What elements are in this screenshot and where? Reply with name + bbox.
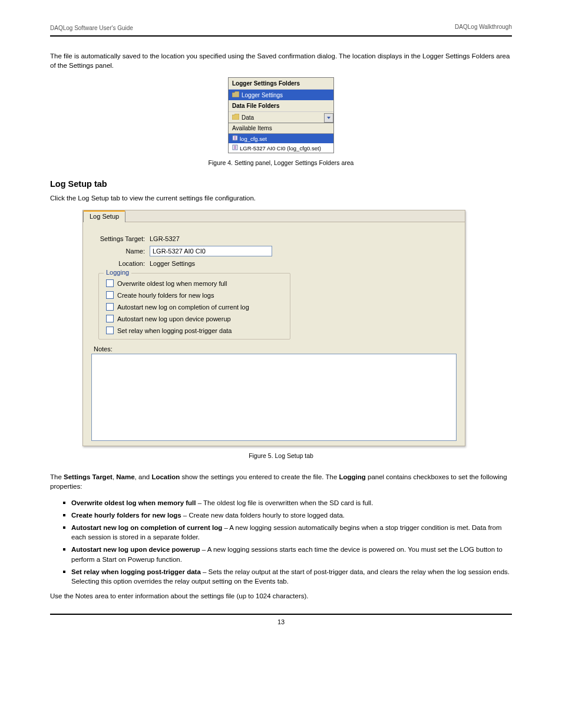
overwrite-label: Overwrite oldest log when memory full [117,280,227,287]
overwrite-checkbox[interactable] [106,279,114,287]
logger-settings-folder-item[interactable]: Logger Settings [229,90,333,100]
settings-folders-panel: Logger Settings Folders Logger Settings … [228,77,334,153]
data-file-folders-header: Data File Folders [229,100,333,112]
notes-textarea[interactable] [91,354,457,441]
set-relay-label: Set relay when logging post-trigger data [117,327,232,334]
log-setup-intro: Click the Log Setup tab to view the curr… [50,193,512,203]
settings-file-icon [232,144,238,151]
autostart-powerup-checkbox[interactable] [106,315,114,322]
logger-settings-folders-header: Logger Settings Folders [229,78,333,90]
post-figure-paragraph: The Settings Target, Name, and Location … [50,472,512,491]
page-number: 13 [50,615,512,625]
log-setup-heading: Log Setup tab [50,179,512,189]
hourly-folders-checkbox[interactable] [106,291,114,299]
log-setup-panel: Log Setup Settings Target: LGR-5327 Name… [82,210,465,446]
available-item-label-1: log_cfg.set [240,136,267,142]
settings-target-label: Settings Target: [88,235,150,242]
page-header-right: DAQLog Walkthrough [455,24,512,30]
available-item[interactable]: LGR-5327 AI0 CI0 (log_cfg0.set) [229,143,333,153]
settings-target-value: LGR-5327 [150,235,180,242]
scroll-down-button[interactable] [324,113,333,123]
location-value: Logger Settings [150,260,195,267]
folder-icon [232,91,239,98]
settings-file-icon [232,135,238,142]
intro-paragraph: The file is automatically saved to the l… [50,51,512,70]
hourly-folders-label: Create hourly folders for new logs [117,292,214,299]
data-folder-item[interactable]: Data [229,112,333,123]
logger-settings-folder-label: Logger Settings [242,92,283,98]
page-header-left: DAQLog Software User's Guide [50,25,133,31]
tab-log-setup[interactable]: Log Setup [83,210,125,222]
name-input[interactable] [150,246,272,256]
autostart-powerup-label: Autostart new log upon device powerup [117,315,231,322]
autostart-completion-checkbox[interactable] [106,303,114,311]
figure-5-caption: Figure 5. Log Setup tab [50,452,512,459]
figure-4-caption: Figure 4. Setting panel, Logger Settings… [50,159,512,166]
data-folder-label: Data [242,114,254,121]
header-divider [50,35,512,37]
set-relay-checkbox[interactable] [106,327,114,334]
logging-legend: Logging [104,269,131,276]
notes-label: Notes: [88,343,460,354]
name-label: Name: [88,248,150,255]
notes-description: Use the Notes area to enter information … [50,591,512,601]
logging-properties-list: Overwrite oldest log when memory full – … [63,498,512,586]
logging-fieldset: Logging Overwrite oldest log when memory… [98,273,290,340]
autostart-completion-label: Autostart new log on completion of curre… [117,304,249,311]
chevron-down-icon [326,115,331,121]
available-items-header: Available Items [229,123,333,133]
available-item-label-2: LGR-5327 AI0 CI0 (log_cfg0.set) [240,145,321,151]
available-item-selected[interactable]: log_cfg.set [229,134,333,143]
location-label: Location: [88,260,150,267]
folder-icon [232,114,239,121]
